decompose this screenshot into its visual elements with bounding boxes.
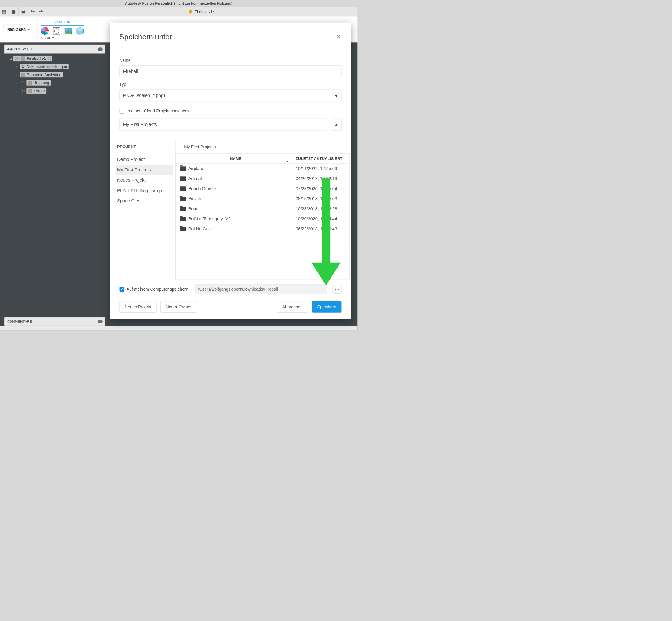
component-icon (21, 57, 25, 60)
expand-icon[interactable]: ▸ (15, 65, 18, 69)
bodies-icon (28, 89, 32, 93)
name-label: Name: (120, 58, 342, 63)
mode-switch-button[interactable]: RENDERN▾ (3, 25, 34, 34)
save-as-dialog: Speichern unter ✕ Name: Typ: ▼ In einem … (110, 22, 351, 319)
collapse-left-icon[interactable]: ◀◀ (7, 47, 12, 51)
visibility-icon[interactable] (20, 90, 25, 93)
browse-button[interactable]: ••• (333, 285, 342, 294)
add-icon[interactable]: + (98, 320, 103, 323)
save-pc-label: Auf meinem Computer speichern (126, 287, 188, 292)
radio-icon[interactable] (47, 57, 51, 60)
file-icon[interactable]: ▾ (9, 8, 18, 15)
expand-icon[interactable]: ▸ (15, 89, 18, 93)
svg-rect-1 (3, 10, 4, 11)
appearance-icon[interactable] (41, 27, 49, 35)
type-select[interactable] (120, 90, 342, 101)
sort-asc-icon: ▲ (286, 159, 289, 163)
render-image-icon[interactable] (64, 27, 73, 35)
redo-icon[interactable]: ▾ (37, 8, 45, 15)
project-item[interactable]: My First Projects (116, 165, 173, 175)
type-label: Typ: (120, 82, 342, 87)
svg-rect-2 (5, 10, 6, 11)
save-path-field[interactable]: /Users/wolfgangsiebert/Downloads/Firebal… (195, 284, 327, 294)
grid-icon[interactable] (0, 8, 8, 15)
cloud-project-field[interactable] (120, 119, 327, 130)
ribbon-group-label: SETUP (41, 36, 51, 40)
file-row[interactable]: Airplane10/11/2022, 12:25:09 (175, 164, 349, 174)
expand-icon[interactable]: ◢ (9, 57, 12, 60)
tree-item[interactable]: ▸Ursprung (4, 79, 105, 87)
window-title: Autodesk Fusion Persönlich (nicht zur ko… (125, 2, 232, 6)
checkbox-unchecked-icon[interactable] (120, 109, 124, 114)
cloud-save-checkbox-row[interactable]: In einem Cloud-Projekt speichern (120, 109, 342, 113)
document-tab[interactable]: Fireball v1* (189, 9, 214, 14)
cloud-save-label: In einem Cloud-Projekt speichern (126, 109, 189, 113)
save-button[interactable]: Speichern (312, 301, 342, 312)
scene-settings-icon[interactable] (52, 27, 61, 35)
quick-access-toolbar: ▾ ▾ ▾ Fireball v1* (0, 7, 358, 16)
new-project-button[interactable]: Neues Projekt (120, 301, 157, 312)
project-sidebar: PROJEKT Demo ProjectMy First ProjectsNeu… (110, 140, 175, 280)
expand-icon[interactable]: ▸ (15, 81, 18, 85)
svg-point-13 (66, 29, 67, 31)
minimize-icon[interactable]: − (98, 47, 103, 51)
browser-panel: ◀◀ BROWSER − ◢ Fireball v1 ▸⚙Dokumentein… (4, 45, 105, 95)
folder-icon (21, 73, 25, 77)
browser-panel-header[interactable]: ◀◀ BROWSER − (4, 45, 105, 54)
folder-icon (180, 217, 186, 221)
column-name-header[interactable]: NAME▲ (175, 156, 296, 161)
cancel-button[interactable]: Abbrechen (277, 301, 308, 312)
folder-icon (180, 176, 186, 181)
new-folder-button[interactable]: Neuer Ordner (160, 301, 197, 312)
close-icon[interactable]: ✕ (336, 33, 342, 40)
file-table: NAME▲ ZULETZT AKTUALISIERT Airplane10/11… (175, 153, 350, 280)
folder-icon (180, 187, 186, 191)
svg-rect-0 (2, 10, 3, 11)
svg-point-11 (54, 29, 59, 33)
breadcrumb[interactable]: My First Projects (175, 140, 351, 154)
origin-icon (28, 81, 32, 85)
in-canvas-render-icon[interactable] (76, 27, 84, 35)
tree-item[interactable]: ▸⚙Dokumenteinstellungen (4, 63, 105, 71)
project-item[interactable]: Demo Project (116, 154, 173, 165)
file-row[interactable]: Animal04/26/2018, 10:32:13 (175, 174, 349, 184)
folder-icon (180, 166, 186, 171)
checkbox-checked-icon[interactable]: ✔ (120, 287, 124, 292)
column-date-header[interactable]: ZULETZT AKTUALISIERT (296, 156, 350, 161)
collapse-up-button[interactable]: ▲ (331, 119, 342, 130)
ribbon-tab-render[interactable]: RENDERN (54, 20, 71, 24)
save-icon[interactable] (19, 8, 28, 15)
file-row[interactable]: Bicycle08/16/2018, 11:45:03 (175, 194, 349, 204)
gear-icon: ⚙ (21, 64, 25, 69)
project-item[interactable]: Neues Projekt (116, 175, 173, 185)
file-row[interactable]: Beach Cruiser07/28/2020, 11:15:04 (175, 184, 349, 194)
timeline-bar[interactable] (0, 326, 358, 330)
window-titlebar: Autodesk Fusion Persönlich (nicht zur ko… (0, 0, 358, 7)
undo-icon[interactable]: ▾ (29, 8, 37, 15)
cube-icon (189, 9, 193, 14)
browser-tree: ◢ Fireball v1 ▸⚙Dokumenteinstellungen ▸B… (4, 54, 105, 95)
document-tab-label: Fireball v1* (195, 9, 214, 14)
visibility-off-icon[interactable] (20, 81, 25, 84)
file-row[interactable]: Boats10/28/2018, 11:18:28 (175, 204, 349, 214)
svg-rect-5 (5, 11, 6, 12)
file-row[interactable]: BolNut-Tensegrity_V210/20/2020, 12:04:44 (175, 214, 349, 224)
project-item[interactable]: PLA_LED_Dog_Lamp (116, 185, 173, 196)
svg-rect-8 (5, 12, 6, 13)
tree-item[interactable]: ▸Körper (4, 87, 105, 95)
expand-icon[interactable]: ▸ (15, 73, 18, 77)
comments-panel-header[interactable]: KOMMENTARE + (4, 317, 105, 326)
file-row[interactable]: BoltNutCup06/22/2018, 13:50:43 (175, 224, 349, 234)
tree-root[interactable]: ◢ Fireball v1 (4, 54, 105, 63)
name-input[interactable] (120, 65, 342, 77)
svg-rect-6 (2, 12, 3, 13)
project-item[interactable]: Space City (116, 196, 173, 206)
chevron-up-icon: ▲ (334, 122, 339, 127)
visibility-icon[interactable] (15, 57, 19, 60)
comments-title: KOMMENTARE (7, 319, 32, 324)
svg-rect-7 (3, 12, 4, 13)
folder-icon (180, 197, 186, 201)
svg-rect-3 (2, 11, 3, 12)
tree-item[interactable]: ▸Benannte Ansichten (4, 71, 105, 79)
svg-rect-4 (3, 11, 4, 12)
